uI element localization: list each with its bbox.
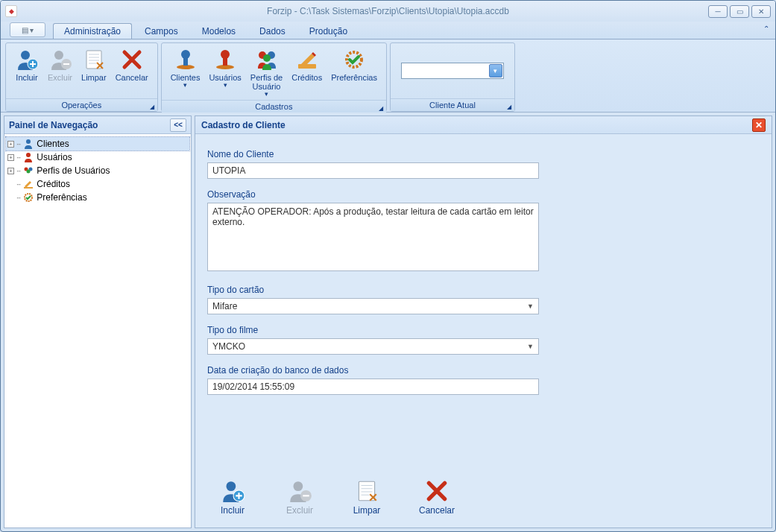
tree-item-usuarios[interactable]: + ··· Usuários xyxy=(6,151,189,164)
tree-item-label: Preferências xyxy=(37,192,86,203)
tree-item-label: Clientes xyxy=(37,139,69,149)
tab-campos[interactable]: Campos xyxy=(133,23,189,39)
tipo-filme-combo[interactable]: YMCKO ▼ xyxy=(207,338,539,355)
observacao-textarea[interactable]: ATENÇÃO OPERADOR: Após a produção, testa… xyxy=(207,203,539,271)
ribbon-limpar-button[interactable]: Limpar xyxy=(77,46,111,98)
title-bar: ◆ Forzip - C:\Task Sistemas\Forzip\Clien… xyxy=(1,1,775,22)
cliente-atual-combo[interactable]: ▾ xyxy=(401,63,504,79)
group-launcher-icon[interactable]: ◢ xyxy=(507,104,511,110)
svg-rect-21 xyxy=(24,187,33,189)
svg-point-7 xyxy=(181,50,190,59)
action-limpar-label: Limpar xyxy=(353,505,381,516)
nome-cliente-input[interactable] xyxy=(207,162,539,179)
label-tipo-cartao: Tipo do cartão xyxy=(207,285,539,295)
action-incluir-label: Incluir xyxy=(221,505,245,516)
action-incluir-button[interactable]: Incluir xyxy=(210,475,255,519)
client-form: Nome do Cliente Observação ATENÇÃO OPERA… xyxy=(195,134,772,528)
tree-item-perfis[interactable]: + ··· Perfis de Usuários xyxy=(6,164,189,177)
ribbon-excluir-button: Excluir xyxy=(43,46,77,98)
ribbon-group-cliente-atual: ▾ Cliente Atual◢ xyxy=(390,42,515,112)
label-nome: Nome do Cliente xyxy=(207,149,539,159)
expand-icon[interactable]: + xyxy=(7,141,14,148)
ribbon-perfis-button[interactable]: Perfis de Usuário ▾ xyxy=(246,46,287,100)
tree-item-preferencias[interactable]: ··· Preferências xyxy=(6,191,189,204)
ribbon-excluir-label: Excluir xyxy=(48,73,72,82)
svg-point-10 xyxy=(221,50,230,59)
ribbon-group-cadastros: Clientes ▾ Usuários ▾ Perfis de Usuário … xyxy=(161,42,387,112)
ribbon-cancelar-label: Cancelar xyxy=(116,73,148,82)
stamp-person-icon xyxy=(174,48,198,72)
person-remove-icon xyxy=(48,48,72,72)
ribbon-tabs: ▤ ▾ Administração Campos Modelos Dados P… xyxy=(1,22,775,39)
ribbon-preferencias-label: Preferências xyxy=(331,73,377,82)
tree-item-clientes[interactable]: + ··· Clientes xyxy=(6,137,189,151)
clear-document-icon xyxy=(354,478,379,504)
app-icon: ◆ xyxy=(5,5,17,17)
close-panel-button[interactable]: ✕ xyxy=(752,118,766,132)
ribbon-creditos-button[interactable]: Créditos xyxy=(287,46,327,100)
maximize-button[interactable]: ▭ xyxy=(730,5,749,18)
svg-point-16 xyxy=(26,139,31,144)
navigation-tree[interactable]: + ··· Clientes + ··· Usuários + ··· Perf… xyxy=(4,134,191,528)
data-criacao-input[interactable] xyxy=(207,379,539,395)
svg-point-17 xyxy=(26,153,31,157)
ribbon-creditos-label: Créditos xyxy=(291,73,322,82)
tipo-cartao-value: Mifare xyxy=(212,301,237,311)
ribbon-incluir-button[interactable]: Incluir xyxy=(10,46,43,98)
ribbon-limpar-label: Limpar xyxy=(81,73,107,82)
chevron-down-icon: ▾ xyxy=(224,82,227,89)
stamp-person-red-icon xyxy=(213,48,237,72)
minimize-button[interactable]: ─ xyxy=(708,5,728,18)
form-actions: Incluir Excluir Limpar Cancelar xyxy=(207,469,760,522)
tipo-filme-value: YMCKO xyxy=(212,341,245,352)
people-group-icon xyxy=(22,165,34,177)
quick-access-menu[interactable]: ▤ ▾ xyxy=(10,22,45,37)
svg-point-0 xyxy=(21,51,30,60)
main-panel-header: Cadastro de Cliente ✕ xyxy=(195,116,772,134)
tipo-cartao-combo[interactable]: Mifare ▼ xyxy=(207,298,539,314)
collapse-ribbon-icon[interactable]: ⌃ xyxy=(763,25,769,33)
tree-item-label: Usuários xyxy=(37,152,72,162)
svg-point-2 xyxy=(54,51,63,60)
cancel-x-icon xyxy=(424,478,449,504)
close-window-button[interactable]: ✕ xyxy=(751,5,771,18)
workspace: Painel de Navegação << + ··· Clientes + … xyxy=(1,113,775,531)
ribbon-clientes-button[interactable]: Clientes ▾ xyxy=(166,46,205,100)
clear-document-icon xyxy=(82,48,106,72)
main-panel: Cadastro de Cliente ✕ Nome do Cliente Ob… xyxy=(195,115,772,528)
chevron-down-icon: ▾ xyxy=(265,91,268,98)
svg-point-20 xyxy=(27,170,31,174)
person-blue-icon xyxy=(22,138,34,150)
action-cancelar-button[interactable]: Cancelar xyxy=(411,475,462,519)
ribbon-group-operacoes: Incluir Excluir Limpar Cancelar xyxy=(5,42,158,112)
window-title: Forzip - C:\Task Sistemas\Forzip\Clients… xyxy=(267,6,509,16)
ribbon-usuarios-button[interactable]: Usuários ▾ xyxy=(204,46,245,100)
tab-administracao[interactable]: Administração xyxy=(53,23,132,39)
collapse-panel-button[interactable]: << xyxy=(170,118,186,132)
navigation-panel-title: Painel de Navegação xyxy=(9,120,98,130)
tab-modelos[interactable]: Modelos xyxy=(191,23,247,39)
expand-icon[interactable]: + xyxy=(7,154,14,161)
person-remove-icon xyxy=(287,478,312,504)
chevron-down-icon: ▾ xyxy=(489,64,502,77)
group-launcher-icon[interactable]: ◢ xyxy=(379,105,383,112)
navigation-panel-header: Painel de Navegação << xyxy=(4,116,191,134)
tree-item-creditos[interactable]: ··· Créditos xyxy=(6,177,189,191)
label-data-criacao: Data de criação do banco de dados xyxy=(207,365,539,376)
ribbon-group-operacoes-label: Operações xyxy=(61,101,101,110)
pencil-credit-icon xyxy=(295,48,319,72)
svg-point-13 xyxy=(263,54,271,62)
cancel-x-icon xyxy=(120,48,144,72)
tab-producao[interactable]: Produção xyxy=(298,23,359,39)
person-red-icon xyxy=(22,151,34,163)
group-launcher-icon[interactable]: ◢ xyxy=(150,104,154,110)
expand-icon[interactable]: + xyxy=(7,168,14,174)
ribbon-preferencias-button[interactable]: Preferências xyxy=(327,46,382,100)
pencil-credit-icon xyxy=(22,178,34,190)
navigation-panel: Painel de Navegação << + ··· Clientes + … xyxy=(4,115,192,528)
tree-item-label: Perfis de Usuários xyxy=(37,165,110,176)
tab-dados[interactable]: Dados xyxy=(248,23,297,39)
ribbon-cancelar-button[interactable]: Cancelar xyxy=(111,46,153,98)
main-panel-title: Cadastro de Cliente xyxy=(201,120,286,130)
action-limpar-button[interactable]: Limpar xyxy=(344,475,389,519)
